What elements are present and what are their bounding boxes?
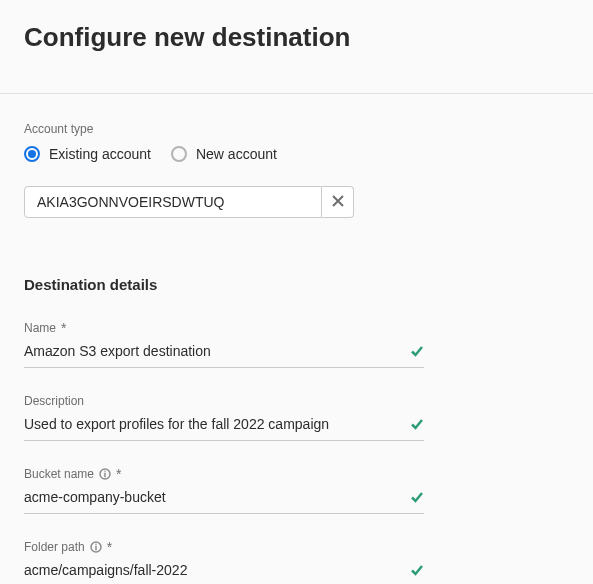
name-label: Name — [24, 321, 56, 335]
name-value: Amazon S3 export destination — [24, 343, 211, 359]
folder-path-value: acme/campaigns/fall-2022 — [24, 562, 187, 578]
checkmark-icon — [410, 344, 424, 358]
radio-existing-label: Existing account — [49, 146, 151, 162]
clear-account-button[interactable] — [322, 186, 354, 218]
account-type-radio-group: Existing account New account — [24, 146, 569, 162]
required-asterisk-icon: * — [116, 467, 121, 481]
description-label: Description — [24, 394, 84, 408]
info-icon[interactable] — [99, 468, 111, 480]
name-input[interactable]: Amazon S3 export destination — [24, 343, 424, 368]
radio-unselected-icon — [171, 146, 187, 162]
radio-new-label: New account — [196, 146, 277, 162]
field-description: Description Used to export profiles for … — [24, 394, 569, 441]
folder-path-input[interactable]: acme/campaigns/fall-2022 — [24, 562, 424, 584]
radio-selected-icon — [24, 146, 40, 162]
bucket-name-value: acme-company-bucket — [24, 489, 166, 505]
radio-existing-account[interactable]: Existing account — [24, 146, 151, 162]
description-input[interactable]: Used to export profiles for the fall 202… — [24, 416, 424, 441]
bucket-name-input[interactable]: acme-company-bucket — [24, 489, 424, 514]
description-value: Used to export profiles for the fall 202… — [24, 416, 329, 432]
radio-new-account[interactable]: New account — [171, 146, 277, 162]
info-icon[interactable] — [90, 541, 102, 553]
page-title: Configure new destination — [24, 22, 569, 53]
checkmark-icon — [410, 563, 424, 577]
close-icon — [332, 193, 344, 211]
bucket-name-label: Bucket name — [24, 467, 94, 481]
field-bucket-name: Bucket name * acme-company-bucket — [24, 467, 569, 514]
required-asterisk-icon: * — [107, 540, 112, 554]
destination-details-heading: Destination details — [24, 276, 569, 293]
account-type-label: Account type — [24, 122, 569, 136]
folder-path-label: Folder path — [24, 540, 85, 554]
field-name: Name * Amazon S3 export destination — [24, 321, 569, 368]
required-asterisk-icon: * — [61, 321, 66, 335]
checkmark-icon — [410, 417, 424, 431]
field-folder-path: Folder path * acme/campaigns/fall-2022 — [24, 540, 569, 584]
checkmark-icon — [410, 490, 424, 504]
account-id-input[interactable] — [24, 186, 322, 218]
